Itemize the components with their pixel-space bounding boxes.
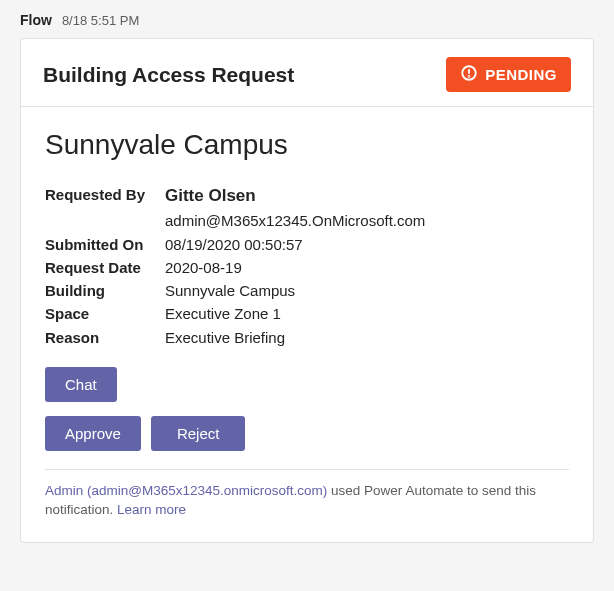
detail-row-reason: Reason Executive Briefing xyxy=(45,326,569,349)
card-title: Building Access Request xyxy=(43,63,294,87)
detail-row-building: Building Sunnyvale Campus xyxy=(45,279,569,302)
detail-row-submitted: Submitted On 08/19/2020 00:50:57 xyxy=(45,233,569,256)
submitted-label: Submitted On xyxy=(45,233,165,256)
post-author: Flow xyxy=(20,12,52,28)
admin-link[interactable]: Admin (admin@M365x12345.onmicrosoft.com) xyxy=(45,483,327,498)
post-timestamp: 8/18 5:51 PM xyxy=(62,13,139,28)
space-value: Executive Zone 1 xyxy=(165,302,569,325)
submitted-value: 08/19/2020 00:50:57 xyxy=(165,233,569,256)
building-label: Building xyxy=(45,279,165,302)
reason-label: Reason xyxy=(45,326,165,349)
learn-more-link[interactable]: Learn more xyxy=(117,502,186,517)
svg-point-2 xyxy=(469,76,470,77)
reason-value: Executive Briefing xyxy=(165,326,569,349)
campus-title: Sunnyvale Campus xyxy=(45,129,569,161)
requested-by-value: Gitte Olsen admin@M365x12345.OnMicrosoft… xyxy=(165,183,569,233)
request-date-value: 2020-08-19 xyxy=(165,256,569,279)
detail-row-request-date: Request Date 2020-08-19 xyxy=(45,256,569,279)
adaptive-card: Building Access Request PENDING Sunnyval… xyxy=(20,38,594,543)
clock-icon xyxy=(460,64,478,85)
request-date-label: Request Date xyxy=(45,256,165,279)
footer-note: Admin (admin@M365x12345.onmicrosoft.com)… xyxy=(45,482,569,520)
details-list: Requested By Gitte Olsen admin@M365x1234… xyxy=(45,183,569,349)
card-body: Sunnyvale Campus Requested By Gitte Olse… xyxy=(21,107,593,542)
chat-button[interactable]: Chat xyxy=(45,367,117,402)
requester-email: admin@M365x12345.OnMicrosoft.com xyxy=(165,212,425,229)
reject-button[interactable]: Reject xyxy=(151,416,246,451)
requester-name: Gitte Olsen xyxy=(165,186,256,205)
action-row: Approve Reject xyxy=(45,416,569,470)
chat-row: Chat xyxy=(45,367,569,402)
approve-button[interactable]: Approve xyxy=(45,416,141,451)
post-header: Flow 8/18 5:51 PM xyxy=(20,12,594,28)
detail-row-space: Space Executive Zone 1 xyxy=(45,302,569,325)
status-badge: PENDING xyxy=(446,57,571,92)
building-value: Sunnyvale Campus xyxy=(165,279,569,302)
requested-by-label: Requested By xyxy=(45,183,165,233)
status-text: PENDING xyxy=(485,66,557,83)
space-label: Space xyxy=(45,302,165,325)
detail-row-requested-by: Requested By Gitte Olsen admin@M365x1234… xyxy=(45,183,569,233)
card-header: Building Access Request PENDING xyxy=(21,39,593,107)
